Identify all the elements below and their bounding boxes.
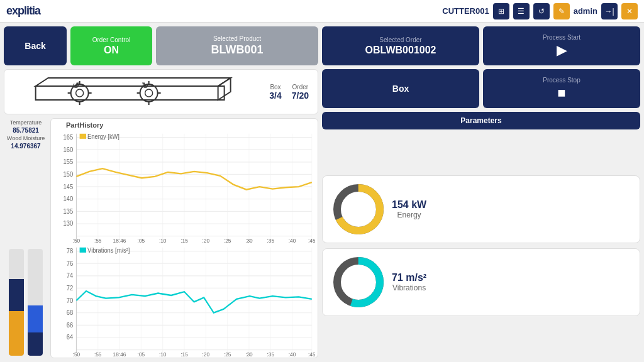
machine-illustration: ↺ ↻ [9, 75, 263, 109]
energy-gauge-value: 154 kW [392, 199, 426, 211]
left-column: Back Order Control ON Selected Product B… [4, 26, 318, 358]
selected-order-value: OBLWB001002 [365, 45, 436, 56]
process-start-label: Process Start [543, 34, 580, 41]
svg-text:64: 64 [67, 334, 74, 341]
play-icon: ▶ [557, 42, 567, 58]
svg-text:145: 145 [64, 183, 74, 190]
svg-text:140: 140 [64, 195, 74, 203]
main-area: Back Order Control ON Selected Product B… [0, 23, 644, 362]
temperature-value: 85.75821 [4, 127, 48, 134]
process-stop-label: Process Stop [543, 77, 580, 84]
svg-text:74: 74 [67, 272, 74, 280]
svg-text::20: :20 [203, 351, 210, 356]
moisture-bar-bottom [28, 332, 43, 356]
energy-gauge-labels: 154 kW Energy [392, 199, 426, 219]
svg-text::15: :15 [180, 351, 188, 356]
parameters-label: Parameters [460, 116, 501, 125]
moisture-bar-track [28, 249, 43, 356]
order-label: Order [292, 84, 309, 90]
top-buttons-row: Back Order Control ON Selected Product B… [4, 26, 318, 65]
svg-text:78: 78 [67, 248, 74, 255]
stop-icon: ■ [557, 85, 565, 101]
vibrations-gauge-card: 71 m/s² Vibrations [322, 248, 640, 316]
back-button[interactable]: Back [4, 26, 67, 65]
svg-text::45: :45 [308, 351, 315, 356]
temperature-bar-track [9, 249, 24, 356]
bars-container [4, 151, 48, 358]
part-history-title: PartHistory [66, 121, 315, 129]
svg-text::35: :35 [267, 351, 274, 356]
edit-icon-btn[interactable]: ✎ [553, 3, 570, 19]
machine-row: ↺ ↻ Box 3/4 Order 7/20 [4, 69, 318, 114]
svg-text:↺: ↺ [72, 80, 80, 90]
selected-product-card: Selected Product BLWB001 [156, 26, 318, 65]
box-label: Box [269, 84, 281, 90]
moisture-bar-top [28, 305, 43, 332]
svg-text::25: :25 [224, 351, 231, 356]
logo-text: explitia [6, 4, 40, 18]
svg-text:Energy [kW]: Energy [kW] [87, 133, 119, 140]
svg-rect-89 [80, 248, 86, 253]
svg-text::20: :20 [203, 238, 210, 243]
svg-text:68: 68 [67, 309, 74, 317]
process-stop-button[interactable]: Process Stop ■ [483, 69, 640, 108]
svg-text:72: 72 [67, 284, 73, 292]
selected-order-card: Selected Order OBLWB001002 [322, 26, 479, 65]
energy-donut-svg [330, 181, 387, 238]
top-nav: explitia CUTTER001 ⊞ ☰ ↺ ✎ admin →| ✕ [0, 0, 644, 23]
message-icon-btn[interactable]: ☰ [513, 3, 530, 19]
refresh-icon-btn[interactable]: ↺ [533, 3, 550, 19]
selected-product-value: BLWB001 [211, 43, 263, 57]
svg-text::05: :05 [138, 351, 145, 356]
svg-text:↻: ↻ [142, 80, 149, 90]
logo: explitia [6, 4, 40, 18]
svg-text:150: 150 [64, 170, 74, 178]
energy-gauge-card: 154 kW Energy [322, 175, 640, 243]
right-column: Selected Order OBLWB001002 Process Start… [322, 26, 640, 358]
svg-text:135: 135 [64, 207, 74, 215]
svg-text::15: :15 [180, 238, 188, 243]
svg-text::05: :05 [138, 238, 145, 243]
box-card-label: Box [392, 84, 409, 94]
svg-text::10: :10 [159, 238, 167, 243]
moisture-label: Wood Moisture [4, 135, 48, 141]
order-info: Order 7/20 [292, 84, 309, 101]
close-icon-btn[interactable]: ✕ [621, 3, 638, 19]
selected-product-label: Selected Product [213, 35, 261, 42]
monitor-icon-btn[interactable]: ⊞ [493, 3, 509, 19]
vibrations-chart: 78 76 74 72 70 68 66 64 Vibrations [m/s²… [53, 244, 315, 356]
cutter-id: CUTTER001 [442, 6, 489, 16]
temperature-bar-top [9, 279, 24, 311]
svg-marker-1 [36, 78, 231, 86]
svg-rect-46 [80, 134, 86, 139]
box-value: 3/4 [269, 90, 281, 101]
admin-label: admin [574, 6, 597, 16]
selected-order-label: Selected Order [379, 36, 421, 43]
svg-text:130: 130 [64, 220, 74, 228]
temperature-label: Temperature [4, 119, 48, 126]
order-value: 7/20 [292, 90, 309, 101]
temperature-bar-bottom [9, 311, 24, 356]
parameters-button[interactable]: Parameters [322, 112, 640, 129]
box-order-info: Box 3/4 Order 7/20 [269, 84, 313, 101]
vibrations-gauge-value: 71 m/s² [392, 272, 426, 283]
order-control-label: Order Control [92, 36, 131, 43]
svg-text::55: :55 [94, 351, 102, 356]
svg-text::10: :10 [159, 351, 167, 356]
nav-right: CUTTER001 ⊞ ☰ ↺ ✎ admin →| ✕ [442, 3, 638, 19]
svg-text::55: :55 [94, 238, 102, 243]
svg-text:76: 76 [67, 260, 74, 267]
gauges-panel: 154 kW Energy 71 m/s² Vibrations [322, 133, 640, 358]
svg-text::40: :40 [289, 238, 296, 243]
process-start-button[interactable]: Process Start ▶ [483, 26, 640, 65]
svg-text:18:46: 18:46 [113, 238, 126, 243]
svg-text::50: :50 [73, 238, 80, 243]
svg-text::30: :30 [245, 238, 253, 243]
sensors-panel: Temperature 85.75821 Wood Moisture 14.97… [4, 118, 48, 358]
user-icon-btn[interactable]: →| [601, 3, 618, 19]
svg-text::25: :25 [224, 238, 231, 243]
svg-text::35: :35 [267, 238, 274, 243]
right-top-grid: Selected Order OBLWB001002 Process Start… [322, 26, 640, 129]
box-card: Box [322, 69, 479, 108]
order-control-button[interactable]: Order Control ON [70, 26, 152, 65]
